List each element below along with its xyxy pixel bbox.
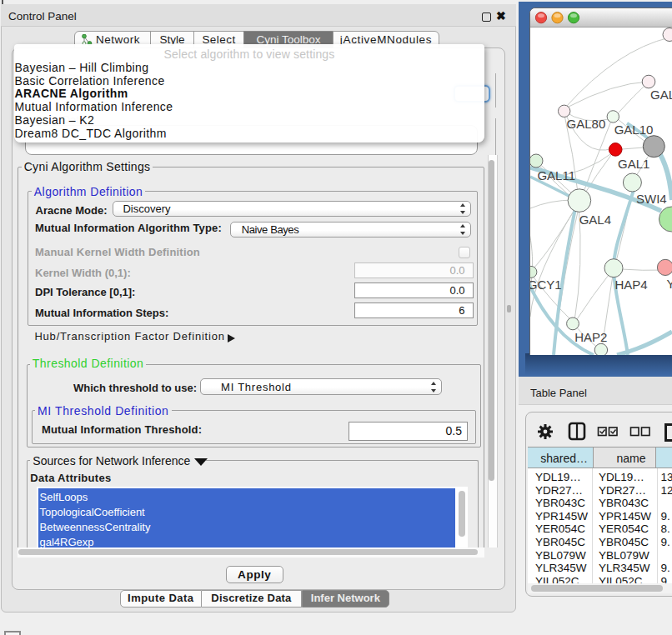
svg-text:GAL10: GAL10 [614, 122, 654, 137]
svg-text:GAL1: GAL1 [618, 157, 649, 171]
svg-text:GAL7: GAL7 [650, 88, 672, 102]
svg-text:GAL4: GAL4 [579, 212, 611, 227]
svg-text:GAL80: GAL80 [567, 117, 606, 131]
svg-text:YJR: YJR [666, 277, 672, 291]
svg-text:SWI4: SWI4 [636, 192, 667, 206]
svg-text:HAP2: HAP2 [574, 330, 607, 344]
svg-text:HAP4: HAP4 [614, 278, 647, 292]
svg-text:GAL11: GAL11 [537, 168, 575, 182]
svg-text:GCY1: GCY1 [530, 278, 562, 292]
